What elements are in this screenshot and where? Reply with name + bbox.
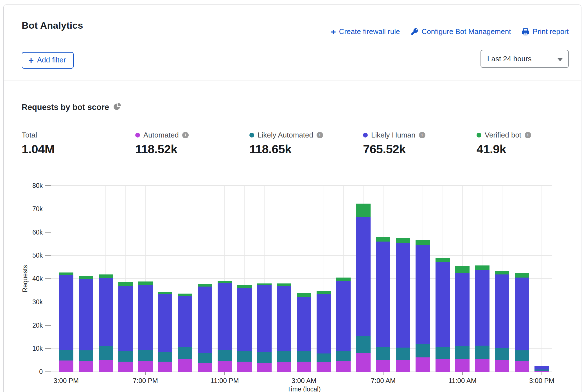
bar-segment-verified-bot — [356, 204, 371, 217]
bar-23[interactable] — [515, 273, 529, 372]
bar-segment-verified-bot — [416, 240, 430, 245]
bar-segment-automated — [59, 361, 73, 372]
plus-icon: + — [28, 57, 34, 64]
bar-segment-likely-human — [118, 286, 133, 351]
bar-segment-likely-human — [257, 285, 272, 352]
bar-2[interactable] — [99, 274, 113, 372]
bar-segment-likely-automated — [158, 352, 172, 362]
bar-24[interactable] — [534, 366, 549, 372]
bar-11[interactable] — [277, 283, 291, 372]
bar-segment-likely-human — [534, 366, 549, 369]
bar-segment-likely-automated — [218, 350, 232, 361]
bar-segment-automated — [436, 359, 450, 372]
bar-0[interactable] — [59, 272, 73, 372]
bar-segment-likely-human — [138, 285, 153, 350]
time-range-value: Last 24 hours — [487, 55, 532, 63]
stat-verified-bot[interactable]: Verified bot i 41.9k — [477, 131, 531, 156]
bar-22[interactable] — [495, 271, 509, 372]
bar-segment-verified-bot — [218, 281, 232, 283]
bar-segment-verified-bot — [118, 282, 133, 286]
bar-segment-likely-automated — [257, 352, 272, 363]
create-firewall-rule-label: Create firewall rule — [339, 27, 400, 36]
bar-segment-verified-bot — [297, 293, 311, 297]
printer-icon — [522, 28, 529, 36]
bar-20[interactable] — [455, 266, 470, 372]
stat-likely-human[interactable]: Likely Human i 765.52k — [363, 131, 425, 156]
bar-5[interactable] — [158, 292, 172, 372]
info-icon[interactable]: i — [419, 132, 425, 138]
bar-6[interactable] — [178, 294, 192, 372]
bar-3[interactable] — [118, 282, 133, 372]
x-tick-label: 7:00 PM — [133, 377, 158, 384]
add-filter-label: Add filter — [37, 56, 66, 64]
bar-8[interactable] — [218, 281, 232, 372]
bar-12[interactable] — [297, 293, 311, 372]
bar-segment-automated — [99, 360, 113, 372]
bar-segment-automated — [218, 361, 232, 372]
bar-segment-verified-bot — [158, 292, 172, 294]
plus-icon: + — [331, 28, 336, 35]
bar-segment-verified-bot — [475, 265, 489, 270]
bar-9[interactable] — [237, 285, 252, 372]
header-actions: + Create firewall rule Configure Bot Man… — [331, 27, 569, 36]
bar-segment-likely-human — [99, 278, 113, 346]
bar-15[interactable] — [356, 204, 371, 372]
y-tick-label: 20k — [32, 322, 43, 329]
y-tick-label: 30k — [32, 298, 43, 306]
bar-18[interactable] — [416, 240, 430, 372]
info-icon[interactable]: i — [182, 132, 189, 138]
bar-4[interactable] — [138, 281, 153, 372]
bar-segment-likely-automated — [99, 346, 113, 360]
bar-segment-likely-human — [376, 242, 390, 347]
requests-by-bot-score-chart: 010k20k30k40k50k60k70k80k3:00 PM7:00 PM1… — [0, 180, 582, 392]
chevron-down-icon — [558, 58, 563, 61]
add-filter-button[interactable]: + Add filter — [22, 52, 74, 69]
print-report-link[interactable]: Print report — [522, 27, 569, 36]
bar-segment-likely-human — [178, 296, 192, 347]
x-axis-title: Time (local) — [287, 386, 321, 392]
likely-automated-dot-icon — [249, 133, 254, 138]
bar-segment-likely-automated — [178, 347, 192, 359]
bar-segment-likely-human — [515, 278, 529, 350]
bar-segment-verified-bot — [198, 284, 212, 287]
bar-21[interactable] — [475, 265, 489, 372]
configure-bot-management-link[interactable]: Configure Bot Management — [410, 27, 511, 36]
bar-7[interactable] — [198, 284, 212, 372]
stat-automated[interactable]: Automated i 118.52k — [135, 131, 189, 156]
bar-segment-likely-human — [436, 262, 450, 347]
bar-segment-likely-human — [218, 283, 232, 350]
bar-segment-verified-bot — [515, 273, 529, 278]
x-tick-label: 11:00 PM — [211, 377, 239, 384]
bar-segment-likely-human — [198, 287, 212, 353]
bar-segment-likely-human — [396, 243, 410, 348]
bar-segment-automated — [356, 353, 371, 372]
info-icon[interactable]: i — [525, 132, 531, 138]
stat-divider — [353, 127, 353, 165]
bar-segment-likely-automated — [495, 348, 509, 360]
bar-19[interactable] — [436, 258, 450, 372]
bar-segment-verified-bot — [178, 294, 192, 296]
bar-segment-automated — [237, 362, 252, 372]
time-range-dropdown[interactable]: Last 24 hours — [481, 50, 569, 68]
bar-17[interactable] — [396, 238, 410, 372]
bar-segment-likely-automated — [534, 370, 549, 371]
bar-segment-likely-automated — [515, 350, 529, 361]
bar-13[interactable] — [317, 291, 331, 372]
bar-segment-likely-human — [317, 294, 331, 354]
bar-segment-likely-automated — [277, 351, 291, 362]
info-icon[interactable]: i — [317, 132, 323, 138]
bar-10[interactable] — [257, 283, 272, 372]
stat-likely-automated[interactable]: Likely Automated i 118.65k — [249, 131, 323, 156]
bar-16[interactable] — [376, 237, 390, 372]
bar-1[interactable] — [79, 276, 93, 372]
stat-divider — [125, 127, 125, 165]
bar-segment-likely-human — [336, 281, 351, 351]
bar-segment-likely-automated — [336, 351, 351, 361]
bar-14[interactable] — [336, 278, 351, 372]
bar-segment-verified-bot — [396, 238, 410, 243]
y-tick-label: 70k — [32, 205, 43, 213]
bar-segment-likely-automated — [79, 350, 93, 361]
stat-verified-bot-value: 41.9k — [477, 142, 531, 156]
create-firewall-rule-link[interactable]: + Create firewall rule — [331, 27, 400, 36]
bar-segment-likely-human — [416, 245, 430, 344]
